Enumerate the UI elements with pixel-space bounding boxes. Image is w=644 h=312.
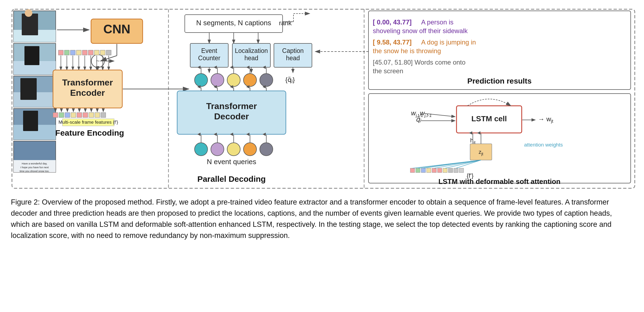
svg-text:w: w xyxy=(411,109,416,117)
svg-rect-29 xyxy=(64,50,69,55)
svg-rect-160 xyxy=(454,168,458,173)
svg-point-93 xyxy=(227,74,240,87)
svg-point-91 xyxy=(195,74,208,87)
svg-text:LSTM cell: LSTM cell xyxy=(471,114,507,123)
svg-text:N event queries: N event queries xyxy=(207,158,256,166)
svg-rect-15 xyxy=(23,111,38,131)
svg-text:Have a wonderful day,: Have a wonderful day, xyxy=(22,162,47,165)
svg-text:the snow he is throwing: the snow he is throwing xyxy=(373,47,441,55)
svg-rect-54 xyxy=(71,113,76,117)
svg-text:Parallel Decoding: Parallel Decoding xyxy=(197,174,266,183)
svg-text:head: head xyxy=(244,55,258,62)
svg-text:{q̃ⱼ}: {q̃ⱼ} xyxy=(285,76,295,83)
svg-text:Localization: Localization xyxy=(235,47,268,54)
svg-text:Event: Event xyxy=(201,47,217,54)
svg-rect-58 xyxy=(95,113,100,117)
svg-text:CNN: CNN xyxy=(103,22,130,36)
figure-caption: Figure 2: Overview of the proposed metho… xyxy=(11,197,630,241)
svg-rect-52 xyxy=(59,113,64,117)
svg-rect-12 xyxy=(20,78,37,100)
svg-rect-28 xyxy=(58,50,63,55)
svg-rect-35 xyxy=(100,50,105,55)
svg-rect-156 xyxy=(432,168,436,173)
svg-rect-5 xyxy=(22,14,38,35)
svg-rect-59 xyxy=(101,113,106,117)
svg-text:N segments, N captions: N segments, N captions xyxy=(196,19,271,27)
svg-text:[45.07, 51.80]  Words come ont: [45.07, 51.80] Words come onto xyxy=(373,59,465,66)
svg-rect-32 xyxy=(82,50,87,55)
svg-text:I hope you have fun next: I hope you have fun next xyxy=(20,166,49,169)
svg-text:head: head xyxy=(286,55,300,62)
svg-text:shoveling snow off their sidew: shoveling snow off their sidewalk xyxy=(373,27,468,34)
svg-text:A dog is jumping in: A dog is jumping in xyxy=(421,39,476,46)
svg-text:rank: rank xyxy=(279,19,292,27)
svg-rect-31 xyxy=(76,50,81,55)
svg-rect-153 xyxy=(416,168,420,173)
svg-rect-152 xyxy=(410,168,415,173)
svg-rect-9 xyxy=(24,46,39,65)
svg-text:the screen: the screen xyxy=(373,67,403,75)
svg-rect-161 xyxy=(459,168,464,173)
svg-point-92 xyxy=(211,74,224,87)
svg-rect-55 xyxy=(77,113,82,117)
svg-rect-51 xyxy=(53,113,58,117)
svg-point-95 xyxy=(260,74,273,87)
svg-text:time you shovel snow too.: time you shovel snow too. xyxy=(20,170,49,173)
svg-text:Encoder: Encoder xyxy=(70,88,105,98)
svg-point-114 xyxy=(211,143,224,156)
svg-rect-53 xyxy=(65,113,70,117)
svg-rect-158 xyxy=(443,168,447,173)
svg-rect-155 xyxy=(427,168,431,173)
svg-rect-159 xyxy=(448,168,453,173)
svg-rect-154 xyxy=(421,168,426,173)
svg-point-113 xyxy=(195,143,208,156)
svg-text:Counter: Counter xyxy=(198,55,220,62)
svg-text:Feature Encoding: Feature Encoding xyxy=(55,128,124,137)
svg-rect-33 xyxy=(88,50,93,55)
svg-text:Transformer: Transformer xyxy=(62,78,113,87)
svg-point-115 xyxy=(227,143,240,156)
svg-rect-34 xyxy=(94,50,99,55)
svg-text:~: ~ xyxy=(96,57,100,65)
svg-text:attention weights: attention weights xyxy=(524,142,563,148)
svg-text:LSTM with deformable soft atte: LSTM with deformable soft attention xyxy=(438,177,560,186)
svg-point-116 xyxy=(243,143,257,156)
svg-rect-36 xyxy=(106,50,111,55)
diagram-container: Have a wonderful day, I hope you have fu… xyxy=(11,8,633,192)
svg-text:Transformer: Transformer xyxy=(206,101,257,111)
svg-rect-30 xyxy=(70,50,75,55)
svg-text:Prediction results: Prediction results xyxy=(467,77,532,85)
svg-text:Multi-scale frame features {f': Multi-scale frame features {f'} xyxy=(58,120,118,125)
svg-text:A person is: A person is xyxy=(421,18,454,26)
svg-rect-157 xyxy=(437,168,442,173)
svg-text:[ 9.58, 43.77]: [ 9.58, 43.77] xyxy=(373,39,412,46)
svg-text:Decoder: Decoder xyxy=(214,112,249,121)
svg-text:[ 0.00, 43.77]: [ 0.00, 43.77] xyxy=(373,18,412,26)
svg-point-94 xyxy=(243,74,257,87)
svg-point-117 xyxy=(260,143,273,156)
svg-text:Caption: Caption xyxy=(282,47,304,54)
svg-text:q̃ⱼ: q̃ⱼ xyxy=(416,116,421,123)
svg-rect-57 xyxy=(89,113,94,117)
svg-point-6 xyxy=(25,9,32,17)
svg-rect-56 xyxy=(83,113,88,117)
